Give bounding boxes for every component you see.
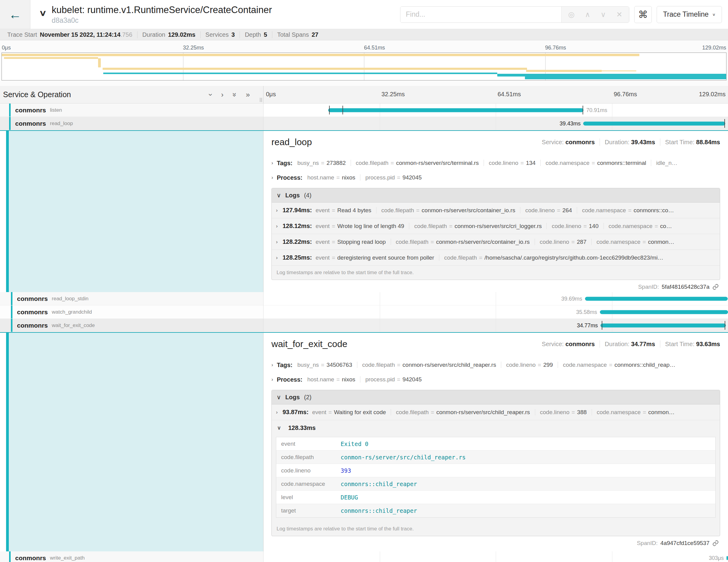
- tags-row[interactable]: › Tags: busy_ns=273882code.filepath=conm…: [271, 158, 720, 168]
- equals-sign: =: [391, 160, 394, 166]
- span-duration-bar[interactable]: [583, 121, 725, 125]
- kv-key: host.name: [307, 174, 334, 181]
- span-row-listen[interactable]: conmonrs listen 70.91ms: [0, 104, 728, 117]
- kv-value: /home/sascha/.cargo/registry/src/github.…: [485, 254, 663, 261]
- span-duration-bar[interactable]: [726, 556, 728, 560]
- span-timeline-cell[interactable]: 34.77ms: [264, 319, 728, 332]
- next-match-icon[interactable]: ∨: [600, 10, 606, 19]
- service-color-bar: [11, 292, 12, 305]
- span-name-cell[interactable]: conmonrs read_loop_stdin: [0, 292, 264, 305]
- expand-one-icon[interactable]: ›: [221, 91, 223, 98]
- kv-key: busy_ns: [298, 362, 319, 368]
- kv-key: event: [315, 223, 329, 229]
- logs-header[interactable]: ∨ Logs (4): [272, 188, 720, 203]
- chevron-down-icon: ∨: [277, 192, 281, 199]
- clear-search-icon[interactable]: ✕: [616, 10, 622, 19]
- kv-value: conmon-rs/server/src/container_io.rs: [422, 207, 515, 213]
- collapse-all-icon[interactable]: »: [231, 93, 238, 97]
- kv-key: process.pid: [365, 174, 395, 181]
- tick-label: 64.51ms: [498, 91, 521, 98]
- span-name-cell[interactable]: conmonrs read_loop: [0, 117, 264, 130]
- span-timeline-cell[interactable]: 39.43ms: [264, 117, 728, 130]
- span-timeline-cell[interactable]: 39.69ms: [264, 292, 728, 305]
- equals-sign: =: [397, 376, 400, 383]
- locate-icon[interactable]: ◎: [568, 10, 575, 19]
- equals-sign: =: [332, 223, 335, 229]
- equals-sign: =: [479, 254, 482, 261]
- expanded-log-header[interactable]: ∨ 128.33ms: [276, 421, 716, 434]
- link-icon[interactable]: [712, 284, 719, 290]
- view-selector-button[interactable]: Trace Timeline ∨: [657, 6, 722, 23]
- kv-pair: code.filepath=conmon-rs/server/src/child…: [357, 362, 501, 368]
- kv-pair: host.name=nixos: [307, 174, 360, 181]
- span-name-cell[interactable]: conmonrs wait_for_exit_code: [0, 319, 264, 332]
- span-duration-bar[interactable]: [585, 297, 728, 301]
- span-detail-read-loop: read_loop Service: conmonrs Duration: 39…: [0, 130, 728, 292]
- kv-value: conmonrs::terminal: [597, 160, 646, 166]
- prev-match-icon[interactable]: ∧: [585, 10, 590, 19]
- tick-label: 64.51ms: [364, 45, 385, 51]
- logs-header[interactable]: ∨ Logs (2): [272, 390, 720, 404]
- collapse-one-icon[interactable]: ›: [207, 94, 214, 96]
- span-timeline-cell[interactable]: 70.91ms: [264, 104, 728, 117]
- span-timeline-cell[interactable]: 35.58ms: [264, 305, 728, 319]
- service-color-bar: [9, 104, 11, 117]
- kv-value: 264: [562, 207, 572, 213]
- span-timeline-cell[interactable]: 303μs: [264, 551, 728, 562]
- span-table-header: Service & Operation › › » » 0μs 32.25ms …: [0, 86, 728, 104]
- service-name: conmonrs: [17, 308, 48, 316]
- span-duration-bar[interactable]: [600, 310, 728, 314]
- process-row[interactable]: › Process: host.name=nixosprocess.pid=94…: [271, 375, 720, 384]
- logs-label: Logs: [285, 394, 300, 401]
- trace-title-block: kubelet: runtime.v1.RuntimeService/Creat…: [52, 5, 272, 25]
- find-input[interactable]: [400, 7, 561, 22]
- kv-key: code.namespace: [609, 223, 653, 229]
- collapse-controls: › › » »: [209, 91, 263, 98]
- log-entry[interactable]: › 128.12ms: event=Wrote log line of leng…: [272, 218, 720, 234]
- link-icon[interactable]: [712, 540, 719, 547]
- equals-sign: =: [321, 362, 324, 368]
- span-name-cell[interactable]: conmonrs listen: [0, 104, 264, 117]
- log-entry[interactable]: › 127.94ms: event=Read 4 bytescode.filep…: [272, 203, 720, 218]
- kv-pair: code.lineno=140: [546, 223, 603, 229]
- trace-collapse-toggle[interactable]: ∨: [39, 8, 47, 18]
- chevron-right-icon: ›: [276, 223, 278, 229]
- span-duration-bar[interactable]: [328, 108, 584, 112]
- span-duration-label: 303μs: [706, 555, 726, 561]
- log-entry[interactable]: › 128.25ms: event=deregistering event so…: [272, 250, 720, 266]
- span-name-cell[interactable]: conmonrs watch_grandchild: [0, 305, 264, 319]
- span-detail-content: wait_for_exit_code Service: conmonrs Dur…: [264, 333, 728, 551]
- log-entry[interactable]: › 93.87ms: event=Waiting for exit codeco…: [272, 404, 720, 420]
- timeline-gridline: [380, 551, 380, 562]
- keyboard-shortcuts-button[interactable]: ⌘: [634, 6, 652, 23]
- log-entry[interactable]: › 128.22ms: event=Stopping read loopcode…: [272, 234, 720, 250]
- back-button[interactable]: ←: [0, 0, 30, 29]
- tags-row[interactable]: › Tags: busy_ns=34506763code.filepath=co…: [271, 360, 720, 370]
- kv-value: 287: [577, 239, 587, 245]
- kv-value: 273882: [326, 160, 345, 166]
- logs-section: ∨ Logs (4) › 127.94ms: event=Read 4 byte…: [271, 188, 720, 280]
- span-duration-bar[interactable]: [600, 323, 726, 327]
- span-row-wait-for-exit-code[interactable]: conmonrs wait_for_exit_code 34.77ms: [0, 319, 728, 332]
- trace-metadata-bar: Trace Start November 15 2022, 11:24:14.7…: [0, 29, 728, 40]
- equals-sign: =: [430, 239, 434, 245]
- column-resizer-handle[interactable]: [260, 98, 262, 102]
- span-row-write-exit-path[interactable]: conmonrs write_exit_path 303μs: [0, 551, 728, 562]
- kv-key: code.filepath: [396, 239, 429, 245]
- equals-sign: =: [397, 362, 400, 368]
- span-row-read-loop-stdin[interactable]: conmonrs read_loop_stdin 39.69ms: [0, 292, 728, 305]
- span-row-watch-grandchild[interactable]: conmonrs watch_grandchild 35.58ms: [0, 305, 728, 319]
- equals-sign: =: [431, 409, 434, 415]
- kv-key: host.name: [307, 376, 334, 383]
- top-bar-actions: ◎ ∧ ∨ ✕ ⌘ Trace Timeline ∨: [400, 0, 728, 29]
- span-row-read-loop[interactable]: conmonrs read_loop 39.43ms: [0, 117, 728, 130]
- tick-label: 96.76ms: [545, 45, 566, 51]
- minimap-canvas[interactable]: [2, 53, 726, 80]
- chevron-down-icon: ∨: [277, 425, 281, 431]
- minimap-span: [103, 73, 497, 74]
- process-row[interactable]: › Process: host.name=nixosprocess.pid=94…: [271, 173, 720, 182]
- field-value: conmonrs::child_reaper: [341, 507, 417, 514]
- timeline-gridline: [496, 117, 496, 130]
- span-name-cell[interactable]: conmonrs write_exit_path: [0, 551, 264, 562]
- expand-all-icon[interactable]: »: [246, 91, 250, 98]
